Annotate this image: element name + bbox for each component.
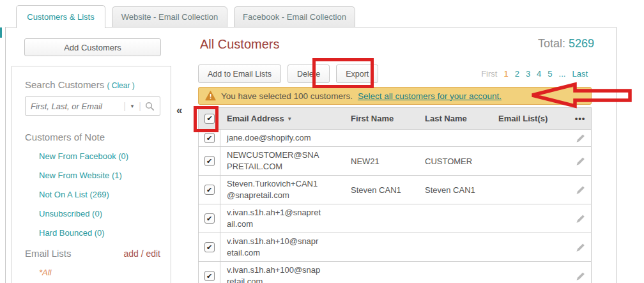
column-header-last-name[interactable]: Last Name: [425, 114, 498, 123]
edit-pencil-icon[interactable]: [575, 242, 586, 253]
sidebar-collapse-icon[interactable]: «: [176, 104, 182, 117]
pagination: First 12345 ... Last: [481, 69, 588, 79]
sidebar-item-new-from-website[interactable]: New From Website (1): [39, 171, 128, 180]
column-header-email-lists[interactable]: Email List(s): [498, 114, 569, 123]
table-row: v.ivan.s1h.ah+10@snapretail.com: [199, 233, 591, 262]
cell-email: NEWCUSTOMER@SNAPRETAIL.COM: [227, 149, 321, 172]
row-checkbox[interactable]: [204, 156, 215, 166]
column-header-first-name[interactable]: First Name: [348, 114, 425, 123]
tab-label: Customers & Lists: [27, 12, 94, 22]
column-label: First Name: [351, 114, 394, 123]
row-checkbox[interactable]: [204, 242, 215, 252]
cell-email: Steven.Turkovich+CAN1@snapretail.com: [227, 178, 321, 201]
tab-label: Facebook - Email Collection: [243, 12, 346, 22]
column-options-icon[interactable]: •••: [575, 114, 586, 123]
tab-facebook-email-collection[interactable]: Facebook - Email Collection: [234, 6, 355, 27]
cell-email: jane.doe@shopify.com: [227, 132, 321, 144]
sidebar-item-new-from-facebook[interactable]: New From Facebook (0): [39, 151, 128, 161]
row-checkbox[interactable]: [204, 271, 215, 281]
search-clear-link[interactable]: ( Clear ): [107, 81, 134, 90]
column-label: Last Name: [425, 114, 467, 123]
pagination-page-1[interactable]: 1: [503, 69, 508, 79]
customer-table-body: jane.doe@shopify.com NEWCUSTOMER@SNAPRET…: [199, 130, 591, 283]
edit-pencil-icon[interactable]: [575, 271, 586, 282]
sidebar-item-not-on-a-list[interactable]: Not On A List (269): [39, 190, 128, 199]
table-row: jane.doe@shopify.com: [199, 130, 591, 147]
cell-email: v.ivan.s1h.ah+100@snapretail.com: [227, 264, 321, 283]
pagination-last[interactable]: Last: [572, 69, 588, 79]
pagination-ellipsis: ...: [559, 69, 566, 79]
tab-customers-and-lists[interactable]: Customers & Lists: [16, 5, 105, 28]
cell-last-name: CUSTOMER: [425, 157, 472, 166]
edit-pencil-icon[interactable]: [575, 185, 586, 195]
sort-caret-icon: ▾: [288, 115, 291, 122]
search-field-group: | ▾ |: [25, 96, 160, 116]
customers-of-note-heading: Customers of Note: [25, 132, 105, 142]
pagination-first[interactable]: First: [481, 69, 497, 79]
add-customers-button[interactable]: Add Customers: [24, 38, 161, 56]
table-row: v.ivan.s1h.ah+100@snapretail.com: [199, 262, 591, 283]
search-icon[interactable]: [141, 102, 160, 111]
customers-of-note-links: New From Facebook (0) New From Website (…: [39, 151, 128, 238]
page-title: All Customers: [200, 37, 279, 52]
email-lists-heading-row: Email Lists add / edit: [25, 248, 160, 259]
table-row: NEWCUSTOMER@SNAPRETAIL.COM NEW21 CUSTOME…: [199, 147, 591, 176]
select-all-customers-link[interactable]: Select all customers for your account.: [358, 91, 502, 101]
email-list-item-all[interactable]: *All: [39, 268, 52, 277]
table-header-row: Email Address ▾ First Name Last Name Ema…: [199, 108, 591, 130]
cell-last-name: Steven CAN1: [425, 185, 475, 195]
column-label: Email List(s): [498, 114, 548, 123]
cell-first-name: NEW21: [351, 157, 379, 166]
sidebar-item-unsubscribed[interactable]: Unsubscribed (0): [39, 209, 128, 218]
cell-email: v.ivan.s1h.ah+1@snapretail.com: [227, 207, 321, 230]
add-to-email-lists-label: Add to Email Lists: [208, 70, 272, 79]
page-edge-accent: [0, 27, 2, 38]
sidebar-item-hard-bounced[interactable]: Hard Bounced (0): [39, 228, 128, 238]
column-header-email-address[interactable]: Email Address ▾: [220, 111, 348, 126]
search-dropdown-caret-icon[interactable]: ▾: [126, 103, 139, 109]
selection-alert-text: You have selected 100 customers.: [221, 91, 353, 101]
add-customers-label: Add Customers: [64, 43, 121, 52]
annotation-box-select-all-checkbox: [194, 106, 218, 132]
tab-label: Website - Email Collection: [121, 12, 218, 22]
table-row: v.ivan.s1h.ah+1@snapretail.com: [199, 204, 591, 233]
sidebar: Search Customers ( Clear ) | ▾ | Custome…: [12, 66, 171, 283]
add-to-email-lists-button[interactable]: Add to Email Lists: [198, 65, 281, 83]
row-checkbox[interactable]: [204, 213, 215, 224]
table-row: Steven.Turkovich+CAN1@snapretail.com Ste…: [199, 176, 591, 204]
cell-email: v.ivan.s1h.ah+10@snapretail.com: [227, 236, 321, 259]
annotation-arrow-icon: [526, 80, 636, 111]
search-customers-title: Search Customers: [25, 79, 104, 90]
edit-pencil-icon[interactable]: [575, 213, 586, 224]
annotation-box-export: [312, 58, 374, 88]
pagination-page-2[interactable]: 2: [515, 69, 519, 79]
pagination-pages: 12345: [503, 69, 552, 79]
column-label: Email Address: [227, 114, 284, 123]
customers-table: Email Address ▾ First Name Last Name Ema…: [198, 107, 592, 283]
total-count: Total: 5269: [538, 37, 594, 50]
edit-pencil-icon[interactable]: [575, 133, 586, 144]
pagination-page-5[interactable]: 5: [548, 69, 552, 79]
row-checkbox[interactable]: [204, 185, 215, 195]
edit-pencil-icon[interactable]: [575, 156, 586, 167]
total-label: Total:: [538, 37, 565, 50]
email-lists-add-edit-link[interactable]: add / edit: [123, 249, 160, 259]
warning-icon: [205, 91, 216, 101]
cell-first-name: Steven CAN1: [351, 185, 401, 195]
total-value: 5269: [569, 37, 594, 50]
search-customers-heading: Search Customers ( Clear ): [25, 79, 135, 90]
pagination-page-4[interactable]: 4: [537, 69, 541, 79]
tab-website-email-collection[interactable]: Website - Email Collection: [112, 6, 227, 27]
row-checkbox[interactable]: [204, 133, 215, 143]
pagination-page-3[interactable]: 3: [526, 69, 530, 79]
email-lists-heading: Email Lists: [25, 248, 72, 259]
search-input[interactable]: [26, 102, 123, 111]
